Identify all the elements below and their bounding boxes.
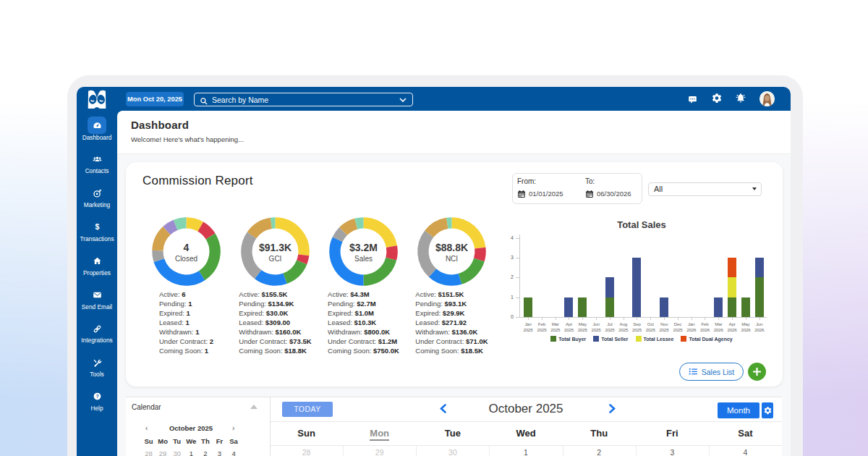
svg-text:$: $ — [95, 223, 99, 232]
svg-text:?: ? — [95, 394, 98, 399]
